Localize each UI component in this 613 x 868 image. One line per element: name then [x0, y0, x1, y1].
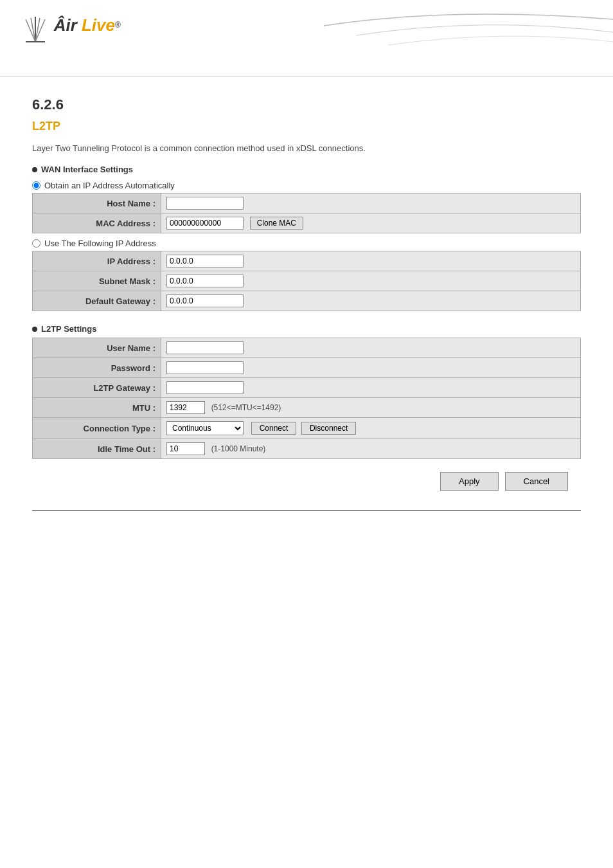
logo-trademark: ®: [115, 21, 121, 30]
username-row: User Name :: [33, 338, 581, 358]
host-name-value-cell: [161, 194, 581, 213]
host-name-label: Host Name :: [33, 194, 161, 213]
subnet-mask-label: Subnet Mask :: [33, 271, 161, 291]
disconnect-button[interactable]: Disconnect: [301, 422, 356, 435]
idle-timeout-row: Idle Time Out : (1-1000 Minute): [33, 439, 581, 459]
subnet-mask-value-cell: [161, 271, 581, 291]
l2tp-bullet-icon: [32, 327, 37, 332]
header-swoosh: [260, 0, 613, 77]
idle-hint: (1-1000 Minute): [211, 444, 266, 453]
password-input[interactable]: [166, 361, 244, 374]
radio-manual-ip[interactable]: [32, 239, 40, 248]
radio-manual-row: Use The Following IP Address: [32, 236, 581, 251]
password-value-cell: [161, 358, 581, 378]
wan-auto-table: Host Name : MAC Address : Clone MAC: [32, 193, 581, 233]
bottom-divider: [32, 510, 581, 511]
mac-address-input[interactable]: [166, 217, 244, 230]
section-number: 6.2.6: [32, 96, 581, 113]
idle-timeout-label: Idle Time Out :: [33, 439, 161, 459]
username-input[interactable]: [166, 341, 244, 354]
svg-line-0: [26, 19, 35, 42]
mac-address-label: MAC Address :: [33, 213, 161, 233]
mtu-label: MTU :: [33, 398, 161, 418]
host-name-row: Host Name :: [33, 194, 581, 213]
password-row: Password :: [33, 358, 581, 378]
password-label: Password :: [33, 358, 161, 378]
mtu-row: MTU : (512<=MTU<=1492): [33, 398, 581, 418]
radio-auto-ip[interactable]: [32, 181, 40, 190]
clone-mac-button[interactable]: Clone MAC: [250, 217, 303, 230]
default-gateway-label: Default Gateway :: [33, 291, 161, 311]
idle-timeout-input[interactable]: [166, 442, 205, 455]
svg-line-1: [31, 18, 35, 42]
svg-line-4: [35, 19, 45, 42]
default-gateway-input[interactable]: [166, 294, 244, 307]
wan-bullet-icon: [32, 167, 37, 172]
wan-settings-header: WAN Interface Settings: [32, 165, 581, 174]
subnet-mask-row: Subnet Mask :: [33, 271, 581, 291]
l2tp-gateway-input[interactable]: [166, 381, 244, 394]
host-name-input[interactable]: [166, 197, 244, 210]
default-gateway-row: Default Gateway :: [33, 291, 581, 311]
mac-address-value-cell: Clone MAC: [161, 213, 581, 233]
ip-address-input[interactable]: [166, 255, 244, 267]
connection-type-value-cell: Continuous Connect on Demand Manual Conn…: [161, 418, 581, 439]
connect-button[interactable]: Connect: [251, 422, 297, 435]
username-value-cell: [161, 338, 581, 358]
username-label: User Name :: [33, 338, 161, 358]
cancel-button[interactable]: Cancel: [505, 472, 568, 491]
mtu-hint: (512<=MTU<=1492): [211, 403, 281, 412]
radio-auto-row: Obtain an IP Address Automatically: [32, 178, 581, 193]
logo-air-text: Âir: [54, 15, 82, 35]
page-header: Âir Live®: [0, 0, 613, 77]
mac-address-row: MAC Address : Clone MAC: [33, 213, 581, 233]
radio-auto-label: Obtain an IP Address Automatically: [44, 181, 175, 190]
main-content: 6.2.6 L2TP Layer Two Tunneling Protocol …: [0, 77, 613, 543]
ip-address-value-cell: [161, 251, 581, 271]
default-gateway-value-cell: [161, 291, 581, 311]
connection-type-select[interactable]: Continuous Connect on Demand Manual: [166, 421, 244, 435]
ip-address-row: IP Address :: [33, 251, 581, 271]
action-buttons: Apply Cancel: [32, 472, 581, 491]
mtu-value-cell: (512<=MTU<=1492): [161, 398, 581, 418]
logo: Âir Live®: [19, 13, 121, 45]
l2tp-gateway-value-cell: [161, 378, 581, 398]
section-description: Layer Two Tunneling Protocol is a common…: [32, 143, 581, 153]
connection-type-label: Connection Type :: [33, 418, 161, 439]
ip-address-label: IP Address :: [33, 251, 161, 271]
idle-timeout-value-cell: (1-1000 Minute): [161, 439, 581, 459]
l2tp-settings-header: L2TP Settings: [32, 324, 581, 334]
l2tp-settings-section: L2TP Settings User Name : Password : L2T…: [32, 324, 581, 459]
l2tp-settings-table: User Name : Password : L2TP Gateway : MT…: [32, 338, 581, 459]
logo-icon: [19, 13, 51, 45]
logo-live-text: Live: [82, 15, 115, 35]
svg-line-3: [35, 18, 40, 42]
subnet-mask-input[interactable]: [166, 275, 244, 287]
wan-settings-section: WAN Interface Settings Obtain an IP Addr…: [32, 165, 581, 311]
mtu-input[interactable]: [166, 401, 205, 414]
apply-button[interactable]: Apply: [440, 472, 499, 491]
wan-manual-table: IP Address : Subnet Mask : Default Gatew…: [32, 251, 581, 311]
radio-manual-label: Use The Following IP Address: [44, 239, 156, 248]
l2tp-gateway-row: L2TP Gateway :: [33, 378, 581, 398]
l2tp-gateway-label: L2TP Gateway :: [33, 378, 161, 398]
connection-type-row: Connection Type : Continuous Connect on …: [33, 418, 581, 439]
section-title: L2TP: [32, 120, 581, 133]
